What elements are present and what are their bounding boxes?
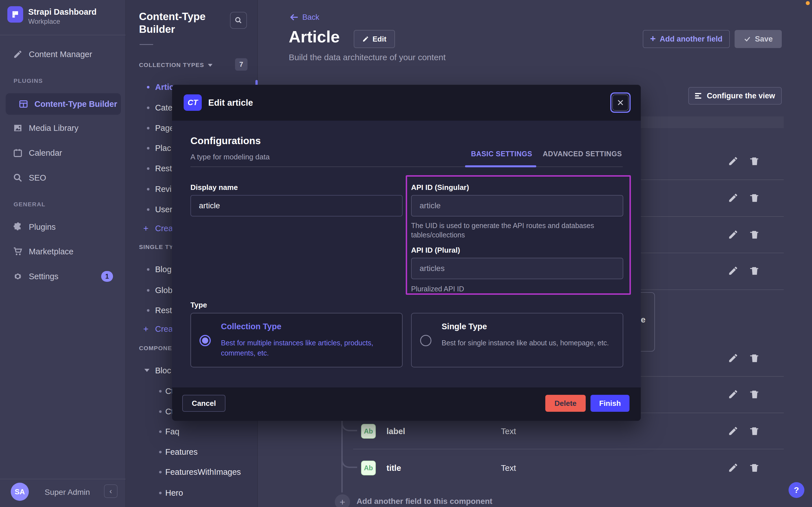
bullet-icon: [147, 127, 149, 129]
user-name: Super Admin: [45, 488, 90, 497]
image-icon: [13, 123, 22, 133]
sidebar-item-label: Content-Type Builder: [35, 100, 117, 109]
add-another-field-button[interactable]: + Add another field: [643, 30, 730, 48]
trash-icon[interactable]: [749, 265, 760, 276]
brand-subtitle: Workplace: [28, 17, 60, 25]
bullet-icon: [147, 188, 149, 190]
close-button-focus-ring: [610, 93, 631, 113]
display-name-input[interactable]: [190, 195, 402, 217]
trash-icon[interactable]: [749, 192, 760, 203]
title-divider: [139, 44, 153, 45]
trash-icon[interactable]: [749, 156, 760, 166]
api-id-singular-input[interactable]: [411, 195, 623, 217]
configure-view-button[interactable]: Configure the view: [688, 87, 782, 105]
content-type-badge: CT: [184, 94, 202, 111]
trash-icon[interactable]: [749, 353, 760, 363]
radio-unselected-icon[interactable]: [420, 335, 431, 346]
radio-selected-icon[interactable]: [199, 335, 211, 346]
modal-header: CT Edit article: [172, 85, 641, 121]
sidebar-item-content-manager[interactable]: Content Manager: [0, 44, 126, 65]
configurations-subheading: A type for modeling data: [190, 153, 269, 161]
components-header[interactable]: COMPONE: [139, 345, 172, 351]
finish-button[interactable]: Finish: [590, 395, 629, 412]
close-button[interactable]: [612, 94, 629, 111]
single-type-card[interactable]: Single Type Best for single instance lik…: [411, 313, 623, 368]
collapse-sidebar-button[interactable]: ‹: [104, 485, 118, 498]
save-button[interactable]: Save: [735, 30, 782, 48]
sidebar-item-content-type-builder[interactable]: Content-Type Builder: [6, 93, 121, 115]
pencil-icon[interactable]: [728, 192, 739, 203]
type-label: Type: [190, 301, 207, 309]
pencil-icon: [362, 36, 369, 42]
cart-icon: [13, 247, 22, 256]
pencil-icon[interactable]: [728, 462, 739, 473]
pencil-icon[interactable]: [728, 265, 739, 276]
help-button[interactable]: ?: [789, 482, 804, 498]
table-row[interactable]: Ab title: [361, 461, 401, 475]
table-row[interactable]: Ab label: [361, 424, 405, 439]
field-name: label: [386, 427, 405, 436]
pencil-icon[interactable]: [728, 229, 739, 240]
bullet-icon: [147, 167, 149, 170]
api-id-plural-input[interactable]: [411, 258, 623, 279]
puzzle-icon: [13, 222, 22, 232]
tab-advanced-settings[interactable]: ADVANCED SETTINGS: [543, 150, 622, 158]
plus-circle-icon[interactable]: +: [335, 494, 350, 507]
component-item[interactable]: Hero: [126, 487, 258, 499]
sidebar: Strapi Dashboard Workplace Content Manag…: [0, 0, 126, 507]
row-actions: [728, 426, 760, 436]
tab-basic-settings[interactable]: BASIC SETTINGS: [471, 150, 532, 158]
row-actions: [728, 265, 760, 276]
field-type: Text: [501, 463, 516, 473]
trash-icon[interactable]: [749, 389, 760, 400]
pencil-icon[interactable]: [728, 389, 739, 400]
row-actions: [728, 229, 760, 240]
sidebar-item-label: SEO: [29, 173, 46, 182]
search-button[interactable]: [230, 12, 247, 29]
edit-button[interactable]: Edit: [354, 30, 395, 48]
add-field-to-component-link[interactable]: Add another field to this component: [357, 497, 492, 506]
row-actions: [728, 353, 760, 363]
sidebar-heading-plugins: PLUGINS: [13, 77, 43, 84]
trash-icon[interactable]: [749, 229, 760, 240]
component-item[interactable]: Features: [126, 446, 258, 458]
search-icon: [13, 173, 22, 182]
layout-grid-icon: [19, 99, 28, 109]
cancel-button[interactable]: Cancel: [182, 395, 226, 412]
chevron-down-icon: [144, 369, 149, 372]
component-item[interactable]: Faq: [126, 426, 258, 437]
plus-icon: +: [143, 323, 148, 335]
collection-type-card[interactable]: Collection Type Best for multiple instan…: [190, 313, 402, 368]
sidebar-item-plugins[interactable]: Plugins: [0, 216, 126, 238]
gear-icon: [13, 272, 22, 281]
sidebar-item-label: Settings: [29, 272, 59, 281]
page-subtitle: Build the data architecture of your cont…: [289, 53, 446, 62]
bullet-icon: [159, 492, 162, 494]
field-name: title: [386, 463, 401, 473]
back-link[interactable]: Back: [289, 12, 319, 22]
single-type-desc: Best for single instance like about us, …: [442, 338, 611, 348]
sidebar-item-calendar[interactable]: Calendar: [0, 142, 126, 164]
bullet-icon: [147, 309, 149, 312]
single-types-header[interactable]: SINGLE TY: [139, 244, 174, 250]
sidebar-item-media-library[interactable]: Media Library: [0, 117, 126, 139]
sidebar-item-marketplace[interactable]: Marketplace: [0, 241, 126, 262]
pencil-icon[interactable]: [728, 156, 739, 166]
plus-icon: +: [143, 223, 148, 234]
sidebar-item-seo[interactable]: SEO: [0, 167, 126, 188]
arrow-left-icon: [289, 12, 299, 22]
sidebar-item-settings[interactable]: Settings 1: [0, 266, 126, 287]
avatar[interactable]: SA: [11, 483, 29, 501]
pencil-icon[interactable]: [728, 426, 739, 436]
delete-button[interactable]: Delete: [545, 395, 586, 412]
strapi-logo-icon[interactable]: [7, 6, 23, 22]
component-item[interactable]: FeaturesWithImages: [126, 466, 258, 477]
tabs-divider: [190, 166, 623, 167]
collection-types-header[interactable]: COLLECTION TYPES: [139, 62, 212, 68]
bullet-icon: [159, 390, 162, 393]
trash-icon[interactable]: [749, 426, 760, 436]
api-id-plural-help: Pluralized API ID: [411, 284, 464, 294]
pencil-icon[interactable]: [728, 353, 739, 363]
sidebar-item-label: Marketplace: [29, 247, 73, 256]
trash-icon[interactable]: [749, 462, 760, 473]
